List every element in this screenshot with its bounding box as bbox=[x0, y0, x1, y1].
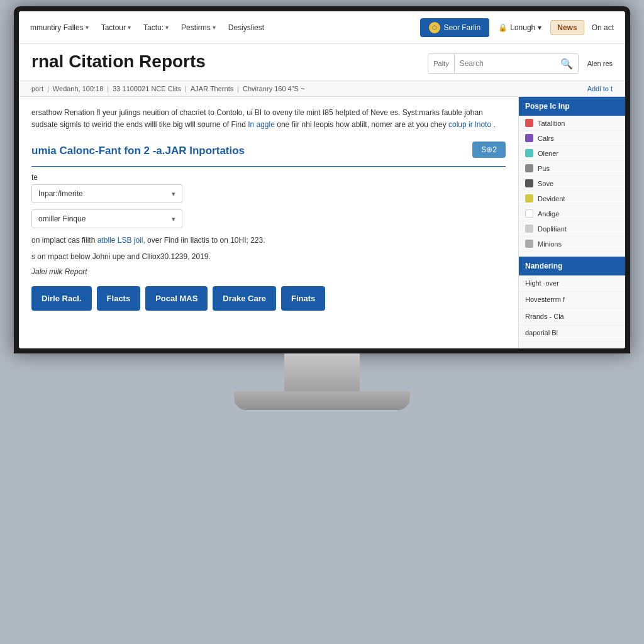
so2-button[interactable]: S⊕2 bbox=[472, 142, 506, 158]
breadcrumb-item-3: AJAR Thernts bbox=[191, 85, 233, 92]
color-dot-doplitiant bbox=[525, 225, 533, 233]
breadcrumb-item-0: port bbox=[31, 85, 43, 92]
chevron-down-icon: ▾ bbox=[172, 190, 175, 198]
sidebar-item-andige[interactable]: Andige bbox=[519, 206, 625, 221]
citation-1: on implact cas filith atblle LSB joil, o… bbox=[31, 235, 506, 246]
breadcrumb: port | Wedanh, 100:18 | 33 1100021 NCE C… bbox=[19, 81, 625, 97]
sidebar-item-tatalition[interactable]: Tatalition bbox=[519, 116, 625, 131]
sidebar-item-olener[interactable]: Olener bbox=[519, 146, 625, 161]
sidebar-item-sove[interactable]: Sove bbox=[519, 176, 625, 191]
alen-res-label: Alen res bbox=[587, 60, 613, 67]
monitor: mmuntiry Falles ▾ Tactour ▾ Tactu: ▾ Pes… bbox=[14, 6, 630, 410]
action-buttons: Dirle Racl. Flacts Pocal MAS Drake Care bbox=[31, 286, 506, 311]
color-dot-calrs bbox=[525, 134, 533, 142]
main-content: ersathow Renation fl yeur julings neuiti… bbox=[19, 97, 518, 348]
sidebar-item-minions[interactable]: Minions bbox=[519, 236, 625, 252]
intro-paragraph: ersathow Renation fl yeur julings neuiti… bbox=[31, 107, 506, 131]
breadcrumb-right-link[interactable]: Addi to t bbox=[587, 85, 613, 92]
color-dot-devident bbox=[525, 194, 533, 203]
field-label-te: te bbox=[31, 173, 506, 182]
nav-item-mmuntiry[interactable]: mmuntiry Falles ▾ bbox=[25, 19, 94, 36]
color-dot-olener bbox=[525, 149, 533, 157]
color-dot-minions bbox=[525, 240, 533, 248]
color-dot-pus bbox=[525, 164, 533, 172]
sidebar-text-2: Rrands - Cla bbox=[519, 309, 625, 325]
navbar: mmuntiry Falles ▾ Tactour ▾ Tactu: ▾ Pes… bbox=[19, 11, 625, 44]
breadcrumb-item-2: 33 1100021 NCE Clits bbox=[113, 85, 181, 92]
btn-pocal[interactable]: Pocal MAS bbox=[145, 286, 208, 311]
dropdown-omiller[interactable]: omiller Finque ▾ bbox=[31, 209, 182, 228]
shield-icon: ⬡ bbox=[429, 22, 440, 33]
sidebar-text-0: Hight -over bbox=[519, 275, 625, 292]
nav-onact[interactable]: On act bbox=[587, 19, 619, 36]
nav-dropdown-lonugh[interactable]: 🔒 Lonugh ▾ bbox=[492, 19, 548, 36]
section-title: umia Calonc-Fant fon 2 -a.JAR Inportatio… bbox=[31, 145, 245, 157]
main-layout: ersathow Renation fl yeur julings neuiti… bbox=[19, 97, 625, 348]
title-area: rnal Citation Reports bbox=[31, 52, 428, 75]
chevron-icon: ▾ bbox=[86, 24, 89, 31]
sidebar-item-pus[interactable]: Pus bbox=[519, 161, 625, 176]
nav-item-pestirms[interactable]: Pestirms ▾ bbox=[176, 19, 221, 36]
btn-drake[interactable]: Drake Care bbox=[213, 286, 276, 311]
color-dot-sove bbox=[525, 179, 533, 187]
monitor-screen: mmuntiry Falles ▾ Tactour ▾ Tactu: ▾ Pes… bbox=[14, 6, 630, 353]
chevron-icon: ▾ bbox=[128, 24, 131, 31]
breadcrumb-item-1: Wedanh, 100:18 bbox=[53, 85, 104, 92]
search-icon[interactable]: 🔍 bbox=[555, 54, 578, 73]
lock-icon: 🔒 bbox=[498, 23, 508, 32]
nav-item-desiysliest[interactable]: Desiysliest bbox=[223, 19, 269, 36]
dropdown-inpar[interactable]: Inpar:/Imerite ▾ bbox=[31, 184, 182, 203]
monitor-stand-base bbox=[234, 391, 410, 410]
chevron-down-icon: ▾ bbox=[172, 215, 175, 223]
sidebar-section1-title: Pospe Ic Inp bbox=[519, 97, 625, 116]
nav-item-tactour[interactable]: Tactour ▾ bbox=[96, 19, 136, 36]
chevron-icon: ▾ bbox=[538, 23, 541, 32]
monitor-stand-neck bbox=[284, 353, 360, 391]
sub-header: rnal Citation Reports Palty 🔍 Alen res bbox=[19, 44, 625, 81]
sidebar: Pospe Ic Inp Tatalition Calrs Olener bbox=[518, 97, 625, 348]
nav-item-tactu[interactable]: Tactu: ▾ bbox=[138, 19, 174, 36]
intro-link1[interactable]: In aggle bbox=[248, 120, 275, 129]
citation-2: s on mpact below Johni upe and Clliox30.… bbox=[31, 251, 506, 262]
sidebar-text-3: daporial Bi bbox=[519, 325, 625, 341]
breadcrumb-item-4: Chviranry 160 4"S ~ bbox=[243, 85, 304, 92]
intro-link2[interactable]: colup ir lnoto bbox=[448, 120, 491, 129]
sidebar-item-doplitiant[interactable]: Doplitiant bbox=[519, 221, 625, 236]
sidebar-item-calrs[interactable]: Calrs bbox=[519, 131, 625, 146]
color-dot-andige bbox=[525, 209, 533, 218]
title-search-row: rnal Citation Reports Palty 🔍 Alen res bbox=[31, 52, 613, 75]
sidebar-text-1: Hovesterrm f bbox=[519, 292, 625, 308]
search-container: Palty 🔍 bbox=[428, 53, 578, 74]
chevron-icon: ▾ bbox=[213, 24, 216, 31]
page-title: rnal Citation Reports bbox=[31, 52, 428, 72]
sidebar-section2-title: Nandering bbox=[519, 257, 625, 275]
btn-flacts[interactable]: Flacts bbox=[97, 286, 141, 311]
color-dot-tatalition bbox=[525, 119, 533, 127]
search-prefix: Palty bbox=[428, 54, 454, 73]
primary-nav-button[interactable]: ⬡ Seor Farlin bbox=[420, 18, 490, 37]
citation-link[interactable]: atblle LSB joil, bbox=[97, 236, 145, 245]
chevron-icon: ▾ bbox=[165, 24, 169, 31]
btn-finats[interactable]: Finats bbox=[281, 286, 325, 311]
btn-dirle[interactable]: Dirle Racl. bbox=[31, 286, 92, 311]
report-label: Jalei milk Report bbox=[31, 267, 506, 276]
sidebar-item-devident[interactable]: Devident bbox=[519, 191, 625, 206]
section-title-row: umia Calonc-Fant fon 2 -a.JAR Inportatio… bbox=[31, 137, 506, 167]
screen-inner: mmuntiry Falles ▾ Tactour ▾ Tactu: ▾ Pes… bbox=[19, 11, 625, 348]
nav-news-button[interactable]: News bbox=[550, 20, 584, 35]
search-input[interactable] bbox=[455, 54, 555, 73]
